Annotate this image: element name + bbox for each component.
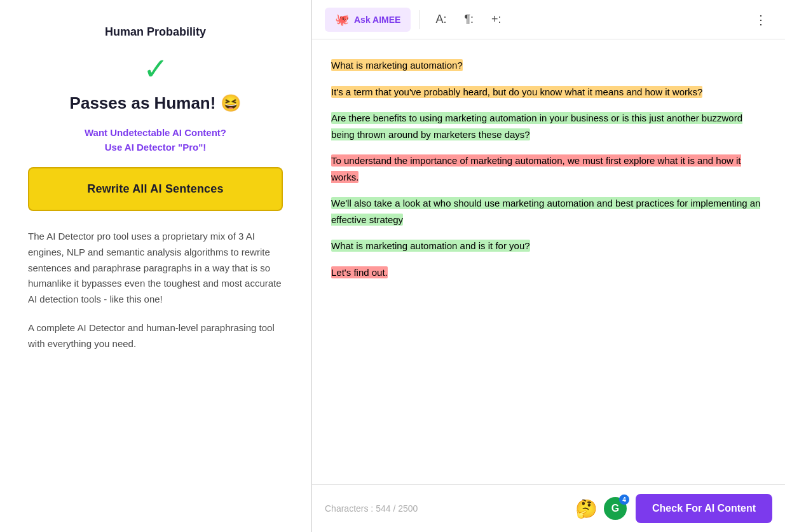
bottom-bar: Characters : 544 / 2500 🤔 G 4 Check For … <box>312 484 785 532</box>
description-text-1: The AI Detector pro tool uses a propriet… <box>28 229 283 308</box>
checkmark-container: ✓ <box>28 54 283 85</box>
panel-title: Human Probability <box>28 25 283 39</box>
toolbar-divider <box>420 10 420 29</box>
text-block-6: What is marketing automation and is it f… <box>331 238 766 254</box>
toolbar: 🐙 Ask AIMEE A: ¶: +: ⋮ <box>312 0 785 39</box>
text-block-4: To understand the importance of marketin… <box>331 153 766 185</box>
checkmark-icon: ✓ <box>143 54 168 85</box>
highlight-span-2: It's a term that you've probably heard, … <box>331 86 702 98</box>
thinking-emoji[interactable]: 🤔 <box>575 498 597 519</box>
passes-human-emoji: 😆 <box>221 93 241 113</box>
description-text-2: A complete AI Detector and human-level p… <box>28 320 283 352</box>
check-ai-button[interactable]: Check For AI Content <box>636 494 772 523</box>
text-block-2: It's a term that you've probably heard, … <box>331 84 766 100</box>
ask-aimee-label: Ask AIMEE <box>354 15 400 25</box>
highlight-span-5: We'll also take a look at who should use… <box>331 197 760 226</box>
add-button[interactable]: +: <box>485 8 508 31</box>
aimee-icon: 🐙 <box>335 13 349 27</box>
passes-human-text: Passes as Human! <box>70 93 216 113</box>
grammarly-letter: G <box>611 503 619 514</box>
highlight-span-4: To understand the importance of marketin… <box>331 154 741 183</box>
grammarly-badge: 4 <box>619 494 629 505</box>
highlight-span-7: Let's find out. <box>331 266 388 278</box>
highlight-span-3: Are there benefits to using marketing au… <box>331 112 742 140</box>
text-block-7: Let's find out. <box>331 264 766 281</box>
highlight-span-1: What is marketing automation? <box>331 59 463 71</box>
promo-text: Want Undetectable AI Content? Use AI Det… <box>28 126 283 154</box>
rewrite-button[interactable]: Rewrite All AI Sentences <box>28 167 283 211</box>
ask-aimee-button[interactable]: 🐙 Ask AIMEE <box>325 8 411 32</box>
paragraph-button[interactable]: ¶: <box>458 8 480 31</box>
font-button[interactable]: A: <box>429 8 453 31</box>
more-button[interactable]: ⋮ <box>749 7 772 32</box>
highlight-span-6: What is marketing automation and is it f… <box>331 240 530 252</box>
passes-human-label: Passes as Human! 😆 <box>28 93 283 113</box>
text-block-1: What is marketing automation? <box>331 57 766 74</box>
editor-content[interactable]: What is marketing automation? It's a ter… <box>312 39 785 484</box>
left-panel: Human Probability ✓ Passes as Human! 😆 W… <box>0 0 311 532</box>
promo-line1: Want Undetectable AI Content? <box>85 127 226 138</box>
text-block-5: We'll also take a look at who should use… <box>331 195 766 228</box>
right-panel: 🐙 Ask AIMEE A: ¶: +: ⋮ What is marketing… <box>311 0 785 532</box>
text-block-3: Are there benefits to using marketing au… <box>331 110 766 142</box>
promo-line2: Use AI Detector "Pro"! <box>105 142 207 153</box>
grammarly-button[interactable]: G 4 <box>604 497 627 520</box>
bottom-icons: 🤔 G 4 <box>575 497 627 520</box>
char-count: Characters : 544 / 2500 <box>325 503 575 514</box>
